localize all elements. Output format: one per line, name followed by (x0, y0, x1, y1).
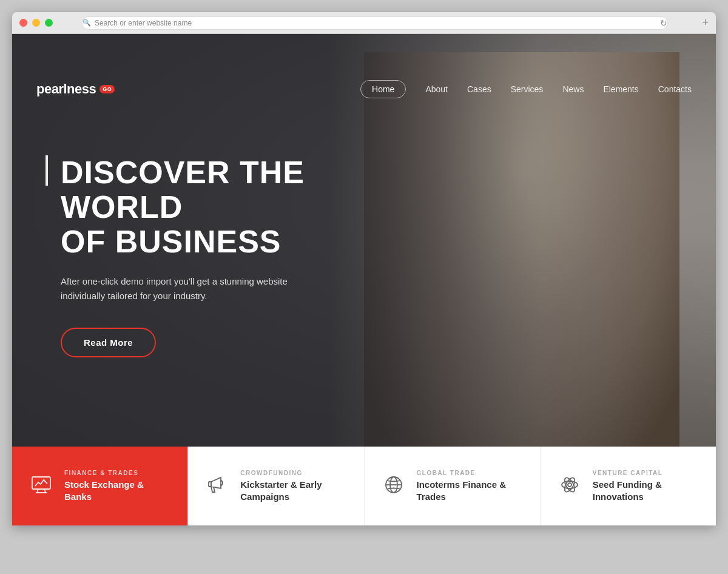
read-more-button[interactable]: Read More (61, 328, 156, 357)
logo: pearlness GO (36, 81, 115, 97)
card-crowdfunding-title: Kickstarter & Early Campaigns (240, 479, 345, 502)
card-venture-capital-category: VENTURE CAPITAL (593, 470, 698, 476)
card-finance[interactable]: FINANCE & TRADES Stock Exchange & Banks (12, 447, 188, 525)
svg-line-2 (44, 489, 46, 493)
hero-section: pearlness GO Home About Cases Services N… (12, 34, 716, 447)
address-bar[interactable]: 🔍 Search or enter website name ↻ (82, 16, 668, 30)
nav-item-elements[interactable]: Elements (603, 84, 638, 94)
card-global-trade-category: GLOBAL TRADE (417, 470, 522, 476)
nav-item-about[interactable]: About (425, 84, 448, 94)
monitor-icon (30, 474, 52, 499)
card-crowdfunding[interactable]: CROWDFUNDING Kickstarter & Early Campaig… (188, 447, 364, 525)
card-venture-capital-text: VENTURE CAPITAL Seed Funding & Innovatio… (593, 470, 698, 502)
card-crowdfunding-text: CROWDFUNDING Kickstarter & Early Campaig… (240, 470, 345, 502)
svg-point-8 (568, 483, 571, 487)
site-header: pearlness GO Home About Cases Services N… (12, 68, 716, 110)
accent-line (46, 155, 48, 186)
card-global-trade[interactable]: GLOBAL TRADE Incoterms Finance & Trades (365, 447, 541, 525)
main-nav: Home About Cases Services News Elements … (360, 80, 692, 98)
logo-text: pearlness (36, 81, 96, 97)
search-icon: 🔍 (83, 19, 91, 27)
website-content: pearlness GO Home About Cases Services N… (12, 34, 716, 525)
nav-item-home[interactable]: Home (360, 80, 406, 98)
svg-line-1 (37, 489, 38, 493)
card-finance-category: FINANCE & TRADES (64, 470, 169, 476)
hero-subtitle: After one-click demo import you'll get a… (61, 274, 291, 303)
card-finance-title: Stock Exchange & Banks (64, 479, 169, 502)
maximize-button[interactable] (45, 19, 53, 27)
minimize-button[interactable] (32, 19, 40, 27)
card-global-trade-text: GLOBAL TRADE Incoterms Finance & Trades (417, 470, 522, 502)
reload-icon[interactable]: ↻ (660, 18, 667, 28)
svg-rect-4 (209, 482, 211, 487)
browser-titlebar: 🔍 Search or enter website name ↻ + (12, 12, 716, 34)
svg-point-9 (562, 481, 578, 488)
hero-title: DISCOVER THE WORLD OF BUSINESS (61, 155, 376, 260)
globe-icon (383, 474, 405, 499)
nav-item-cases[interactable]: Cases (467, 84, 491, 94)
card-venture-capital-title: Seed Funding & Innovations (593, 479, 698, 502)
nav-item-contacts[interactable]: Contacts (658, 84, 692, 94)
atom-icon (559, 474, 581, 499)
add-tab-button[interactable]: + (702, 16, 709, 29)
megaphone-icon (206, 474, 228, 499)
hero-content: DISCOVER THE WORLD OF BUSINESS After one… (61, 155, 376, 357)
card-crowdfunding-category: CROWDFUNDING (240, 470, 345, 476)
browser-window: 🔍 Search or enter website name ↻ + pearl… (12, 12, 716, 525)
close-button[interactable] (19, 19, 27, 27)
nav-item-services[interactable]: Services (511, 84, 544, 94)
card-global-trade-title: Incoterms Finance & Trades (417, 479, 522, 502)
nav-item-news[interactable]: News (562, 84, 584, 94)
logo-badge: GO (99, 85, 115, 93)
cards-section: FINANCE & TRADES Stock Exchange & Banks … (12, 447, 716, 525)
card-venture-capital[interactable]: VENTURE CAPITAL Seed Funding & Innovatio… (541, 447, 716, 525)
address-text: Search or enter website name (95, 19, 192, 27)
card-finance-text: FINANCE & TRADES Stock Exchange & Banks (64, 470, 169, 502)
